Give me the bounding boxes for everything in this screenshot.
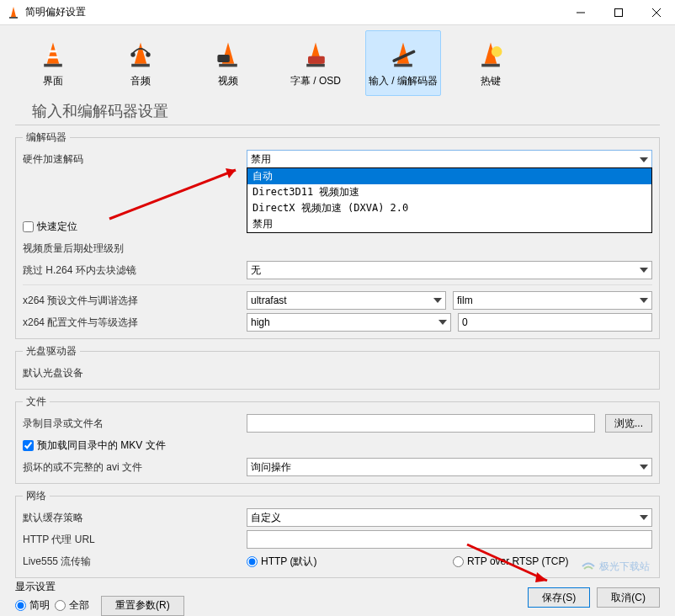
minimize-button[interactable]: [561, 0, 599, 25]
svg-rect-8: [131, 63, 150, 66]
tab-label: 音频: [130, 74, 151, 88]
group-disc: 光盘驱动器 默认光盘设备: [15, 344, 660, 390]
save-button[interactable]: 保存(S): [528, 587, 590, 608]
svg-rect-11: [219, 63, 237, 66]
reset-button[interactable]: 重置参数(R): [101, 596, 184, 616]
svg-rect-16: [481, 63, 500, 66]
x264-tune-select[interactable]: film: [453, 291, 652, 310]
tab-label: 视频: [218, 74, 238, 88]
rtp-radio[interactable]: RTP over RTSP (TCP): [453, 555, 652, 569]
record-dir-label: 录制目录或文件名: [23, 417, 242, 431]
group-legend: 编解码器: [23, 130, 70, 145]
tab-subtitles[interactable]: 字幕 / OSD: [278, 30, 353, 96]
post-process-label: 视频质量后期处理级别: [23, 242, 242, 256]
cache-policy-select[interactable]: 自定义: [247, 508, 652, 527]
tab-codecs[interactable]: 输入 / 编解码器: [365, 30, 441, 96]
http-radio[interactable]: HTTP (默认): [247, 555, 446, 569]
svg-rect-12: [217, 55, 229, 62]
group-legend: 网络: [23, 489, 50, 503]
skip-loop-label: 跳过 H.264 环内去块滤镜: [23, 263, 242, 278]
svg-point-10: [146, 52, 150, 56]
close-button[interactable]: [637, 0, 675, 25]
cache-policy-label: 默认缓存策略: [23, 511, 242, 525]
headphones-icon: [124, 39, 157, 71]
x264-profile-select[interactable]: high: [247, 313, 451, 332]
tab-label: 字幕 / OSD: [290, 74, 341, 88]
dropdown-option[interactable]: Direct3D11 视频加速: [247, 184, 651, 200]
tab-audio[interactable]: 音频: [103, 30, 178, 96]
live555-label: Live555 流传输: [23, 555, 242, 569]
svg-rect-5: [50, 50, 57, 52]
cone-icon: [36, 39, 70, 71]
tab-label: 热键: [481, 74, 501, 88]
dropdown-option[interactable]: 禁用: [247, 216, 651, 232]
broken-avi-label: 损坏的或不完整的 avi 文件: [23, 460, 242, 475]
skip-loop-select[interactable]: 无: [247, 261, 652, 279]
http-proxy-label: HTTP 代理 URL: [23, 533, 242, 547]
broken-avi-select[interactable]: 询问操作: [247, 458, 652, 476]
all-radio[interactable]: 全部: [55, 598, 89, 613]
hotkey-icon: [474, 39, 508, 71]
preload-mkv-checkbox[interactable]: 预加载同目录中的 MKV 文件: [23, 438, 166, 453]
svg-rect-15: [394, 63, 412, 66]
group-file: 文件 录制目录或文件名 浏览... 预加载同目录中的 MKV 文件 损坏的或不完…: [15, 395, 660, 484]
subtitle-icon: [299, 39, 332, 71]
group-legend: 文件: [23, 395, 50, 409]
dropdown-list: 自动 Direct3D11 视频加速 DirectX 视频加速 (DXVA) 2…: [247, 167, 652, 233]
bottom-bar: 显示设置 简明 全部 重置参数(R) 保存(S) 取消(C): [0, 579, 675, 616]
http-proxy-input[interactable]: [247, 530, 652, 549]
dropdown-option[interactable]: DirectX 视频加速 (DXVA) 2.0: [247, 200, 651, 216]
x264-preset-label: x264 预设文件与调谐选择: [23, 294, 242, 308]
tab-interface[interactable]: 界面: [15, 30, 91, 96]
page-title: 输入和编解码器设置: [15, 96, 660, 125]
simple-radio[interactable]: 简明: [15, 598, 50, 613]
dropdown-selected-value[interactable]: 禁用: [247, 150, 652, 168]
show-settings-label: 显示设置: [15, 580, 184, 594]
codec-icon: [386, 39, 420, 71]
app-icon: [7, 6, 20, 19]
browse-button[interactable]: 浏览...: [605, 414, 652, 433]
group-network: 网络 默认缓存策略 自定义 HTTP 代理 URL Live555 流传输 HT…: [15, 489, 660, 578]
x264-preset-select[interactable]: ultrafast: [247, 291, 446, 310]
svg-rect-2: [614, 8, 622, 16]
svg-rect-0: [9, 17, 18, 19]
x264-profile-label: x264 配置文件与等级选择: [23, 316, 242, 330]
svg-point-9: [130, 52, 135, 56]
svg-rect-13: [306, 63, 325, 66]
video-icon: [211, 39, 245, 71]
svg-rect-14: [308, 56, 325, 63]
tab-hotkeys[interactable]: 热键: [453, 30, 529, 96]
group-legend: 光盘驱动器: [23, 344, 80, 358]
titlebar: 简明偏好设置: [0, 0, 675, 25]
window-title: 简明偏好设置: [25, 5, 561, 19]
hw-decode-label: 硬件加速解码: [23, 152, 242, 167]
svg-rect-6: [48, 56, 59, 58]
cancel-button[interactable]: 取消(C): [597, 587, 660, 608]
tab-label: 输入 / 编解码器: [369, 74, 438, 88]
dropdown-option[interactable]: 自动: [247, 168, 651, 184]
record-dir-input[interactable]: [247, 414, 595, 433]
svg-point-17: [492, 46, 502, 57]
content-area: 编解码器 硬件加速解码 禁用 自动 Direct3D11 视频加速 Direct…: [0, 125, 675, 581]
svg-rect-7: [44, 63, 62, 66]
tab-label: 界面: [43, 74, 63, 88]
default-disc-label: 默认光盘设备: [23, 366, 242, 380]
maximize-button[interactable]: [599, 0, 637, 25]
hw-decode-dropdown[interactable]: 禁用 自动 Direct3D11 视频加速 DirectX 视频加速 (DXVA…: [247, 150, 652, 168]
x264-level-input[interactable]: [458, 313, 652, 332]
category-tabs: 界面 音频 视频 字幕 / OSD 输入 / 编解码器 热键: [0, 25, 675, 96]
group-codec: 编解码器 硬件加速解码 禁用 自动 Direct3D11 视频加速 Direct…: [15, 130, 660, 339]
fast-seek-checkbox[interactable]: 快速定位: [23, 220, 77, 234]
tab-video[interactable]: 视频: [190, 30, 266, 96]
